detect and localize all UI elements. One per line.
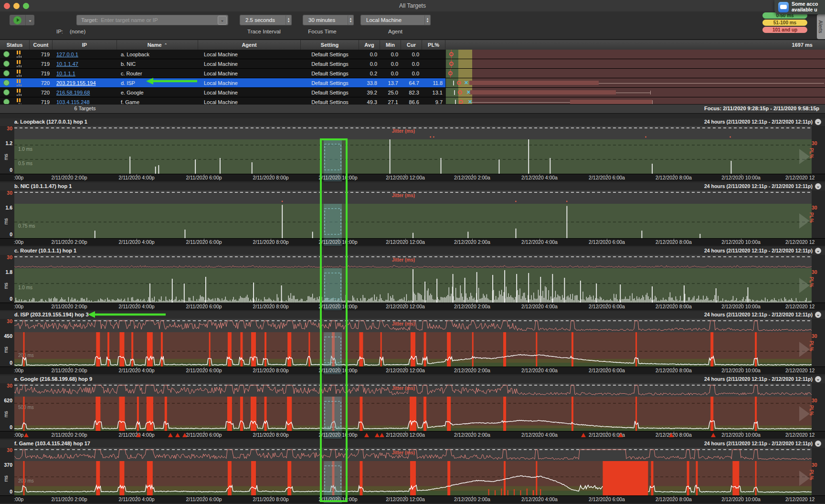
table-row[interactable]: 720203.219.155.194d. ISPLocal MachineDef… bbox=[0, 78, 825, 88]
time-axis: :00p2/11/2020 2:00p2/11/2020 4:00p2/11/2… bbox=[0, 174, 825, 181]
packet-loss-alert-icon bbox=[669, 433, 674, 437]
column-header-min[interactable]: Min bbox=[380, 40, 401, 50]
axis-tick-icon bbox=[741, 174, 741, 176]
agent-cell: Local Machine bbox=[198, 50, 301, 59]
time-axis: :00p2/11/2020 2:00p2/11/2020 4:00p2/11/2… bbox=[0, 303, 825, 310]
ip-link[interactable]: 203.219.155.194 bbox=[56, 80, 96, 86]
notification-line2: available u bbox=[792, 7, 817, 12]
ip-label: IP: bbox=[56, 29, 63, 34]
trace-interval-select[interactable]: 2.5 seconds bbox=[240, 15, 290, 25]
setting-cell: Default Settings bbox=[301, 78, 359, 87]
cur-cell: 64.7 bbox=[401, 78, 422, 87]
pl-axis-label: PL% bbox=[809, 277, 814, 287]
axis-tick-icon bbox=[204, 239, 204, 240]
axis-tick-icon bbox=[741, 303, 741, 304]
svg-text:200 ms: 200 ms bbox=[18, 478, 34, 483]
ip-link[interactable]: 127.0.0.1 bbox=[56, 52, 78, 57]
table-row[interactable]: 719127.0.0.1a. LoopbackLocal MachineDefa… bbox=[0, 50, 825, 59]
column-header-pl[interactable]: PL% bbox=[422, 40, 445, 50]
pl-max-label: 30 bbox=[812, 140, 824, 146]
agent-stepper[interactable]: ▲▼ bbox=[424, 15, 431, 25]
collapse-graph-icon[interactable]: ⌄ bbox=[815, 312, 821, 318]
status-ok-icon bbox=[3, 51, 10, 57]
latency-range-bar bbox=[570, 100, 652, 104]
status-cell bbox=[0, 88, 30, 97]
start-trace-button[interactable]: ⌄ bbox=[10, 15, 34, 25]
axis-tick-icon bbox=[539, 367, 540, 368]
column-header-ip[interactable]: IP bbox=[53, 40, 117, 50]
avg-cell: 0.2 bbox=[359, 69, 380, 78]
target-dropdown-icon[interactable]: ⌄ bbox=[218, 16, 227, 25]
column-header-name[interactable]: Name⌃ bbox=[117, 40, 198, 50]
table-row[interactable]: 71910.1.1.1c. RouterLocal MachineDefault… bbox=[0, 69, 825, 78]
y-max-label: 1.2 bbox=[0, 140, 12, 146]
ip-link[interactable]: 216.58.199.68 bbox=[56, 90, 90, 95]
pl-cell: 13.1 bbox=[422, 88, 445, 97]
axis-tick-icon bbox=[69, 496, 70, 497]
axis-tick-icon bbox=[69, 239, 70, 240]
y-zero-label: 0 bbox=[0, 360, 12, 366]
table-row[interactable]: 71910.1.1.47b. NICLocal MachineDefault S… bbox=[0, 59, 825, 69]
column-header-cur[interactable]: Cur bbox=[401, 40, 422, 50]
pl-axis-label: PL% bbox=[809, 148, 814, 158]
column-header-agent[interactable]: Agent bbox=[198, 40, 301, 50]
latency-band-good bbox=[446, 88, 458, 97]
collapse-graph-icon[interactable]: ⌄ bbox=[815, 119, 821, 125]
time-axis-label: :00p bbox=[14, 239, 23, 245]
axis-tick-icon bbox=[69, 174, 70, 176]
count-cell: 720 bbox=[30, 78, 53, 87]
notification-popup[interactable]: Some acco available u bbox=[774, 0, 825, 14]
table-row[interactable]: 720216.58.199.68e. GoogleLocal MachineDe… bbox=[0, 88, 825, 97]
jitter-max-label: 30 bbox=[0, 254, 12, 260]
jitter-axis-label: Jitter (ms) bbox=[377, 193, 430, 198]
notification-line1: Some acco bbox=[792, 1, 818, 7]
collapse-graph-icon[interactable]: ⌄ bbox=[815, 376, 821, 382]
agent-value: Local Machine bbox=[366, 17, 402, 23]
time-axis-label: :00p bbox=[14, 368, 23, 373]
axis-tick-icon bbox=[69, 431, 70, 433]
column-header-status[interactable]: Status bbox=[0, 40, 30, 50]
pause-icon[interactable] bbox=[17, 60, 22, 67]
column-header-count[interactable]: Count bbox=[30, 40, 53, 50]
svg-text:1.0 ms: 1.0 ms bbox=[18, 285, 32, 290]
alerts-tab[interactable]: Alerts bbox=[817, 14, 825, 39]
collapse-graph-icon[interactable]: ⌄ bbox=[815, 248, 821, 254]
axis-tick-icon bbox=[204, 303, 204, 304]
pause-icon[interactable] bbox=[17, 70, 22, 77]
axis-tick-icon bbox=[539, 303, 540, 304]
pause-icon[interactable] bbox=[17, 89, 22, 96]
target-graph-panel-b: b. NIC (10.1.1.47) hop 124 hours (2/11/2… bbox=[0, 183, 825, 245]
ip-link[interactable]: 10.1.1.1 bbox=[56, 71, 75, 76]
ms-unit-label: ms bbox=[3, 215, 9, 225]
pause-icon[interactable] bbox=[17, 79, 22, 86]
axis-tick-icon bbox=[137, 496, 137, 497]
axis-tick-icon bbox=[741, 239, 741, 240]
graph-range-label: 24 hours (2/11/2020 12:11p - 2/12/2020 1… bbox=[704, 183, 813, 189]
trace-interval-stepper[interactable]: ▲▼ bbox=[286, 15, 292, 25]
pl-axis-label: PL% bbox=[809, 470, 814, 480]
focus-time-select[interactable]: 30 minutes bbox=[303, 15, 352, 25]
focus-time-stepper[interactable]: ▲▼ bbox=[348, 15, 354, 25]
collapse-graph-icon[interactable]: ⌄ bbox=[815, 183, 821, 189]
packet-loss-alert-icon bbox=[24, 433, 29, 437]
pause-icon[interactable] bbox=[17, 51, 22, 58]
packet-loss-alert-icon bbox=[168, 433, 173, 437]
current-latency-marker bbox=[459, 100, 463, 104]
summary-bar: 6 Targets Focus: 2/11/2020 9:28:15p - 2/… bbox=[0, 104, 825, 114]
latency-range-bar bbox=[469, 81, 599, 85]
axis-tick-icon bbox=[204, 496, 204, 497]
y-zero-label: 0 bbox=[0, 489, 12, 494]
jitter-max-label: 30 bbox=[0, 447, 12, 453]
pl-max-label: 30 bbox=[812, 462, 824, 468]
agent-select[interactable]: Local Machine bbox=[360, 15, 429, 25]
axis-tick-icon bbox=[607, 367, 607, 368]
axis-tick-icon bbox=[405, 174, 406, 176]
y-max-label: 450 bbox=[0, 333, 12, 339]
legend-pill: 51-100 ms bbox=[762, 20, 807, 26]
column-header-avg[interactable]: Avg bbox=[359, 40, 380, 50]
collapse-graph-icon[interactable]: ⌄ bbox=[815, 441, 821, 447]
axis-tick-icon bbox=[674, 303, 674, 304]
ip-link[interactable]: 10.1.1.47 bbox=[56, 61, 78, 67]
target-input[interactable]: Target: Enter target name or IP ⌄ bbox=[76, 15, 228, 25]
column-header-setting[interactable]: Setting bbox=[301, 40, 359, 50]
